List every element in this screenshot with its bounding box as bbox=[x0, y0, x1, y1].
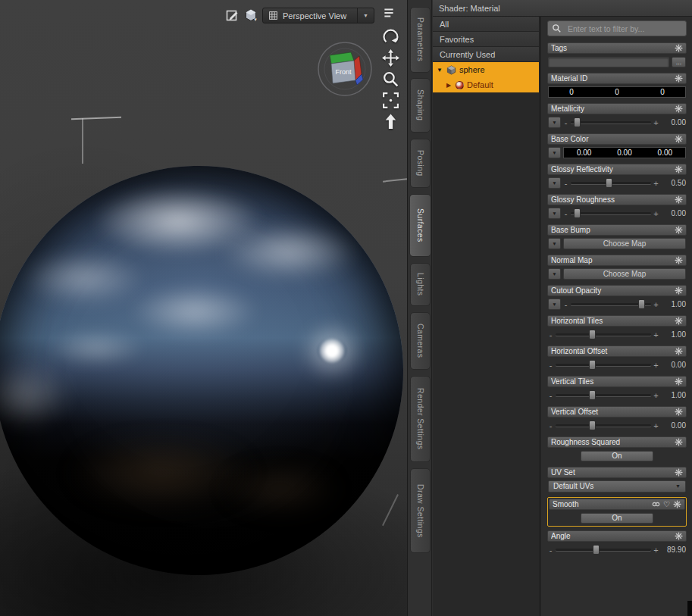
slider-increment[interactable]: + bbox=[653, 421, 659, 430]
gear-icon[interactable] bbox=[675, 195, 683, 204]
view-selector-dropdown[interactable]: Perspective View ▼ bbox=[262, 8, 374, 23]
gear-icon[interactable] bbox=[675, 532, 683, 540]
slider-handle[interactable] bbox=[589, 360, 596, 370]
slider-decrement[interactable]: - bbox=[563, 179, 568, 188]
orbit-tool-icon[interactable] bbox=[381, 27, 400, 46]
favorite-heart-icon[interactable]: ♡ bbox=[663, 500, 670, 508]
slider-increment[interactable]: + bbox=[653, 361, 659, 370]
gear-icon[interactable] bbox=[675, 286, 683, 295]
tree-expanded-icon[interactable]: ▼ bbox=[436, 67, 443, 73]
slider-increment[interactable]: + bbox=[653, 330, 659, 339]
gear-icon[interactable] bbox=[675, 408, 683, 416]
tags-more-button[interactable]: ... bbox=[672, 57, 686, 67]
metallicity-value[interactable]: 0.00 bbox=[661, 118, 686, 127]
slider-increment[interactable]: + bbox=[653, 391, 659, 400]
slider-increment[interactable]: + bbox=[653, 546, 659, 555]
tab-posing[interactable]: Posing bbox=[410, 139, 431, 188]
chevron-down-icon[interactable]: ▼ bbox=[357, 8, 368, 23]
glossy-roughness-value[interactable]: 0.00 bbox=[661, 209, 686, 217]
smooth-toggle[interactable]: On bbox=[581, 513, 653, 524]
slider-decrement[interactable]: - bbox=[563, 118, 568, 127]
slider-increment[interactable]: + bbox=[653, 118, 659, 127]
preset-dropdown-button[interactable]: ▼ bbox=[548, 177, 561, 189]
tab-draw-settings[interactable]: Draw Settings bbox=[410, 468, 431, 553]
browser-filter-currently-used[interactable]: Currently Used bbox=[433, 47, 539, 62]
gear-icon[interactable] bbox=[675, 347, 683, 355]
tree-collapsed-icon[interactable]: ▶ bbox=[445, 82, 452, 89]
slider-handle[interactable] bbox=[574, 117, 581, 127]
reset-view-icon[interactable] bbox=[381, 112, 400, 131]
tab-parameters[interactable]: Parameters bbox=[410, 7, 431, 73]
vertical-tiles-value[interactable]: 1.00 bbox=[661, 391, 686, 399]
preset-dropdown-button[interactable]: ▼ bbox=[548, 299, 561, 310]
cutout-opacity-slider[interactable] bbox=[571, 303, 651, 305]
cutout-opacity-value[interactable]: 1.00 bbox=[661, 300, 686, 308]
gear-icon[interactable] bbox=[675, 165, 683, 174]
preset-dropdown-button[interactable]: ▼ bbox=[548, 208, 561, 219]
frame-tool-icon[interactable] bbox=[381, 91, 400, 110]
link-icon[interactable] bbox=[652, 500, 660, 508]
slider-decrement[interactable]: - bbox=[548, 361, 553, 370]
gear-icon[interactable] bbox=[675, 105, 683, 113]
horizontal-offset-slider[interactable] bbox=[556, 364, 651, 366]
glossy-roughness-slider[interactable] bbox=[571, 212, 651, 214]
slider-decrement[interactable]: - bbox=[548, 330, 553, 339]
angle-value[interactable]: 89.90 bbox=[661, 546, 686, 554]
base-bump-choose-map-button[interactable]: Choose Map bbox=[563, 238, 686, 249]
tree-node-sphere[interactable]: ▼ sphere bbox=[433, 62, 539, 77]
view-navigation-cube[interactable]: Front bbox=[315, 39, 374, 98]
slider-handle[interactable] bbox=[638, 299, 645, 309]
slider-handle[interactable] bbox=[589, 421, 596, 430]
gear-icon[interactable] bbox=[675, 74, 683, 83]
zoom-tool-icon[interactable] bbox=[381, 70, 400, 89]
browser-filter-favorites[interactable]: Favorites bbox=[433, 32, 539, 47]
glossy-reflectivity-value[interactable]: 0.50 bbox=[661, 179, 686, 187]
viewport-options-icon[interactable] bbox=[382, 6, 396, 20]
slider-handle[interactable] bbox=[606, 178, 612, 188]
gear-icon[interactable] bbox=[675, 44, 683, 52]
horizontal-tiles-value[interactable]: 1.00 bbox=[661, 330, 686, 339]
preset-dropdown-button[interactable]: ▼ bbox=[548, 238, 561, 249]
slider-decrement[interactable]: - bbox=[563, 300, 568, 309]
property-filter-input[interactable] bbox=[547, 20, 687, 36]
tab-lights[interactable]: Lights bbox=[410, 263, 431, 306]
browser-filter-all[interactable]: All bbox=[433, 17, 539, 32]
slider-decrement[interactable]: - bbox=[563, 209, 568, 218]
node-selection-caret[interactable]: ▼ bbox=[253, 17, 258, 22]
vertical-offset-slider[interactable] bbox=[556, 424, 651, 427]
tab-shaping[interactable]: Shaping bbox=[410, 78, 431, 133]
slider-decrement[interactable]: - bbox=[548, 391, 553, 400]
tree-node-default-surface[interactable]: ▶ Default bbox=[433, 77, 539, 92]
uv-set-select[interactable]: Default UVs ▼ bbox=[548, 480, 686, 492]
preset-dropdown-button[interactable]: ▼ bbox=[548, 147, 561, 158]
gear-icon[interactable] bbox=[675, 135, 683, 143]
pan-tool-icon[interactable] bbox=[381, 48, 400, 67]
gear-icon[interactable] bbox=[675, 317, 683, 325]
vertical-tiles-slider[interactable] bbox=[556, 394, 651, 396]
slider-handle[interactable] bbox=[593, 545, 600, 555]
gear-icon[interactable] bbox=[675, 377, 683, 386]
gear-icon[interactable] bbox=[675, 438, 683, 446]
horizontal-tiles-slider[interactable] bbox=[556, 333, 651, 336]
normal-map-choose-map-button[interactable]: Choose Map bbox=[563, 268, 686, 280]
glossy-reflectivity-slider[interactable] bbox=[571, 182, 651, 184]
metallicity-slider[interactable] bbox=[571, 121, 651, 124]
slider-decrement[interactable]: - bbox=[548, 546, 553, 555]
slider-decrement[interactable]: - bbox=[548, 421, 553, 430]
gear-icon[interactable] bbox=[673, 500, 681, 508]
tab-surfaces[interactable]: Surfaces bbox=[409, 194, 431, 257]
slider-handle[interactable] bbox=[589, 330, 596, 339]
preset-dropdown-button[interactable]: ▼ bbox=[548, 268, 561, 280]
gear-icon[interactable] bbox=[675, 468, 683, 477]
vertical-offset-value[interactable]: 0.00 bbox=[661, 421, 686, 430]
roughness-squared-toggle[interactable]: On bbox=[581, 451, 653, 461]
gear-icon[interactable] bbox=[675, 226, 683, 234]
tags-input[interactable] bbox=[548, 57, 669, 67]
viewport-3d[interactable]: ▼ Perspective View ▼ Front bbox=[0, 0, 407, 616]
slider-increment[interactable]: + bbox=[653, 209, 659, 218]
sphere-3d-object[interactable] bbox=[0, 166, 403, 575]
slider-handle[interactable] bbox=[574, 208, 581, 218]
horizontal-offset-value[interactable]: 0.00 bbox=[661, 361, 686, 369]
tab-render-settings[interactable]: Render Settings bbox=[410, 376, 431, 462]
base-color-swatch[interactable]: 0.00 0.00 0.00 bbox=[563, 147, 686, 158]
